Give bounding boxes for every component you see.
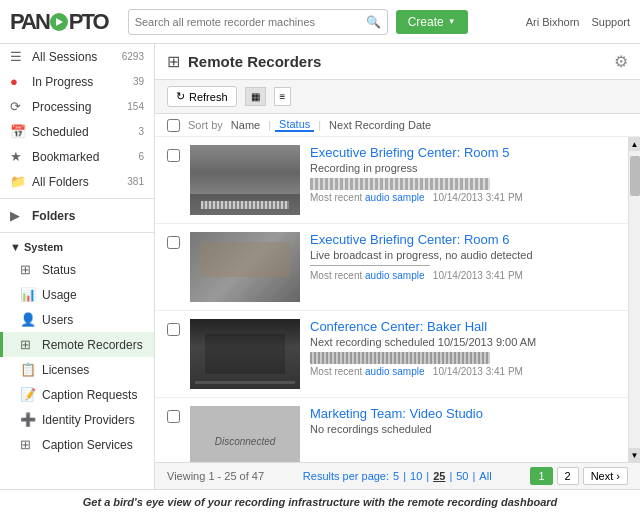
status-icon: ⊞ (20, 262, 36, 277)
recording-title[interactable]: Marketing Team: Video Studio (310, 406, 616, 421)
user-area: Ari Bixhorn Support (526, 16, 630, 28)
sidebar-item-all-sessions[interactable]: ☰ All Sessions 6293 (0, 44, 154, 69)
sidebar-item-label: In Progress (32, 75, 93, 89)
folders-section-label: Folders (32, 209, 75, 223)
create-button[interactable]: Create ▼ (396, 10, 468, 34)
audio-sample-link[interactable]: audio sample (365, 192, 424, 203)
per-page-50[interactable]: 50 (456, 470, 468, 482)
audio-line (310, 265, 430, 266)
caption-bar: Get a bird's eye view of your recording … (0, 489, 640, 513)
identity-icon: ➕ (20, 412, 36, 427)
viewing-info: Viewing 1 - 25 of 47 (167, 470, 264, 482)
page-1-button[interactable]: 1 (530, 467, 552, 485)
next-page-button[interactable]: Next › (583, 467, 628, 485)
scheduled-badge: 3 (138, 126, 144, 137)
sidebar-item-in-progress[interactable]: ● In Progress 39 (0, 69, 154, 94)
recording-thumbnail (190, 145, 300, 215)
scroll-down-arrow[interactable]: ▼ (629, 448, 640, 462)
recording-status: Live broadcast in progress, no audio det… (310, 249, 616, 261)
sidebar-item-label: All Folders (32, 175, 89, 189)
separator: | (426, 470, 429, 482)
logo-play-icon (50, 13, 68, 31)
scroll-thumb[interactable] (630, 156, 640, 196)
recording-title[interactable]: Executive Briefing Center: Room 6 (310, 232, 616, 247)
caption-req-icon: 📝 (20, 387, 36, 402)
sidebar-item-processing[interactable]: ⟳ Processing 154 (0, 94, 154, 119)
sidebar-item-label: Users (42, 313, 73, 327)
logo: PAN PTO (10, 9, 108, 35)
sidebar-section-folders[interactable]: ▶ Folders (0, 203, 154, 228)
recorders-icon: ⊞ (20, 337, 36, 352)
user-name[interactable]: Ari Bixhorn (526, 16, 580, 28)
support-link[interactable]: Support (591, 16, 630, 28)
recording-checkbox[interactable] (167, 410, 180, 423)
usage-icon: 📊 (20, 287, 36, 302)
sidebar-item-all-folders[interactable]: 📁 All Folders 381 (0, 169, 154, 194)
per-page-area: Results per page: 5 | 10 | 25 | 50 | All (303, 470, 492, 482)
header: PAN PTO 🔍 Create ▼ Ari Bixhorn Support (0, 0, 640, 44)
layout: ☰ All Sessions 6293 ● In Progress 39 ⟳ P… (0, 44, 640, 489)
audio-sample-link[interactable]: audio sample (365, 366, 424, 377)
search-input[interactable] (135, 16, 366, 28)
licenses-icon: 📋 (20, 362, 36, 377)
pagination: 1 2 Next › (530, 467, 628, 485)
view-grid-button[interactable]: ▦ (245, 87, 266, 106)
view-list-button[interactable]: ≡ (274, 87, 292, 106)
bookmarked-badge: 6 (138, 151, 144, 162)
sidebar-item-scheduled[interactable]: 📅 Scheduled 3 (0, 119, 154, 144)
results-per-page-label: Results per page: (303, 470, 389, 482)
processing-icon: ⟳ (10, 99, 26, 114)
settings-gear-icon[interactable]: ⚙ (614, 52, 628, 71)
audio-waveform (310, 352, 490, 364)
recording-item: Executive Briefing Center: Room 6 Live b… (155, 224, 628, 311)
folders-icon: 📁 (10, 174, 26, 189)
separator: | (449, 470, 452, 482)
sidebar-item-caption-requests[interactable]: 📝 Caption Requests (0, 382, 154, 407)
main-header: ⊞ Remote Recorders ⚙ (155, 44, 640, 80)
sort-by-name[interactable]: Name (227, 119, 264, 131)
sidebar-item-status[interactable]: ⊞ Status (0, 257, 154, 282)
footer-bar: Viewing 1 - 25 of 47 Results per page: 5… (155, 462, 640, 489)
recording-title[interactable]: Executive Briefing Center: Room 5 (310, 145, 616, 160)
sidebar-item-usage[interactable]: 📊 Usage (0, 282, 154, 307)
recording-checkbox[interactable] (167, 149, 180, 162)
per-page-all[interactable]: All (479, 470, 491, 482)
sidebar-item-caption-services[interactable]: ⊞ Caption Services (0, 432, 154, 457)
bookmarked-icon: ★ (10, 149, 26, 164)
sidebar-item-licenses[interactable]: 📋 Licenses (0, 357, 154, 382)
recording-checkbox[interactable] (167, 236, 180, 249)
sidebar-item-label: Bookmarked (32, 150, 99, 164)
page-2-button[interactable]: 2 (557, 467, 579, 485)
refresh-button[interactable]: ↻ Refresh (167, 86, 237, 107)
per-page-10[interactable]: 10 (410, 470, 422, 482)
sidebar-item-users[interactable]: 👤 Users (0, 307, 154, 332)
recording-item: Executive Briefing Center: Room 5 Record… (155, 137, 628, 224)
recording-list: Executive Briefing Center: Room 5 Record… (155, 137, 628, 462)
system-section-label: ▼ System (10, 241, 63, 253)
search-icon[interactable]: 🔍 (366, 15, 381, 29)
per-page-25[interactable]: 25 (433, 470, 445, 482)
audio-sample-link[interactable]: audio sample (365, 270, 424, 281)
recording-title[interactable]: Conference Center: Baker Hall (310, 319, 616, 334)
sessions-icon: ☰ (10, 49, 26, 64)
sort-by-next-recording[interactable]: Next Recording Date (325, 119, 435, 131)
recording-info: Conference Center: Baker Hall Next recor… (310, 319, 616, 377)
sort-by-label: Sort by (188, 119, 223, 131)
recording-thumbnail: Disconnected (190, 406, 300, 462)
sort-by-status[interactable]: Status (275, 118, 314, 132)
divider (0, 198, 154, 199)
sidebar-item-bookmarked[interactable]: ★ Bookmarked 6 (0, 144, 154, 169)
recording-status: No recordings scheduled (310, 423, 616, 435)
scrollbar[interactable]: ▲ ▼ (628, 137, 640, 462)
per-page-5[interactable]: 5 (393, 470, 399, 482)
separator: | (473, 470, 476, 482)
select-all-checkbox[interactable] (167, 119, 180, 132)
sidebar-item-label: Caption Services (42, 438, 133, 452)
sidebar-item-remote-recorders[interactable]: ⊞ Remote Recorders (0, 332, 154, 357)
recording-info: Executive Briefing Center: Room 5 Record… (310, 145, 616, 203)
scroll-up-arrow[interactable]: ▲ (629, 137, 640, 151)
recording-checkbox[interactable] (167, 323, 180, 336)
sidebar-item-identity-providers[interactable]: ➕ Identity Providers (0, 407, 154, 432)
processing-badge: 154 (127, 101, 144, 112)
main-panel: ⊞ Remote Recorders ⚙ ↻ Refresh ▦ ≡ Sort … (155, 44, 640, 489)
